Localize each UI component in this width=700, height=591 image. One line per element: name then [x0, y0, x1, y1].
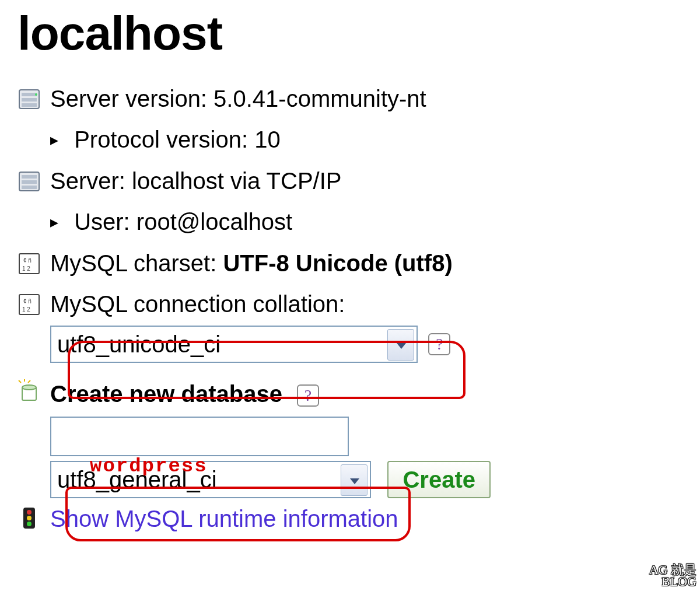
svg-rect-8 — [22, 186, 37, 189]
user-value: root@localhost — [136, 209, 292, 235]
protocol-version-value: 10 — [254, 127, 281, 152]
svg-point-22 — [27, 516, 32, 520]
traffic-light-icon — [18, 506, 41, 530]
protocol-version-label: Protocol version: — [74, 127, 248, 152]
new-database-collation-select[interactable]: utf8_general_ci — [50, 461, 371, 498]
help-icon[interactable]: ? — [428, 333, 450, 355]
svg-point-16 — [22, 385, 36, 390]
server-icon — [18, 170, 41, 193]
page-title: localhost — [18, 6, 688, 61]
svg-line-17 — [19, 380, 21, 383]
new-database-icon — [18, 379, 41, 403]
svg-line-19 — [28, 380, 30, 383]
svg-text:¢ ñ: ¢ ñ — [23, 298, 32, 305]
server-host-row: Server: localhost via TCP/IP — [18, 160, 688, 201]
server-host-label: Server: — [50, 168, 125, 194]
create-button[interactable]: Create — [387, 461, 491, 498]
svg-text:1 2: 1 2 — [22, 306, 30, 313]
server-version-label: Server version: — [50, 86, 207, 111]
svg-point-21 — [27, 510, 32, 515]
server-info-list: Server version: 5.0.41-community-nt Prot… — [18, 78, 688, 324]
svg-text:¢ ñ: ¢ ñ — [23, 257, 32, 264]
new-database-name-input[interactable] — [50, 417, 349, 456]
svg-rect-2 — [22, 98, 37, 102]
charset-value: UTF-8 Unicode (utf8) — [223, 250, 452, 276]
server-version-row: Server version: 5.0.41-community-nt — [18, 78, 688, 119]
server-icon — [18, 88, 41, 111]
svg-rect-3 — [22, 103, 37, 107]
svg-rect-7 — [22, 180, 37, 184]
server-host-value: localhost via TCP/IP — [132, 168, 341, 194]
connection-collation-select[interactable]: utf8_unicode_ci — [50, 326, 418, 363]
user-row: User: root@localhost — [18, 201, 688, 243]
runtime-info-link[interactable]: Show MySQL runtime information — [50, 506, 398, 531]
charset-label: MySQL charset: — [50, 250, 216, 276]
svg-point-4 — [35, 93, 37, 96]
create-db-heading-row: Create new database ? — [18, 373, 688, 414]
svg-rect-1 — [22, 93, 37, 96]
charset-icon: ¢ ñ1 2 — [18, 252, 41, 275]
user-label: User: — [74, 209, 130, 235]
create-db-section: Create new database ? — [18, 373, 688, 414]
collation-label: MySQL connection collation: — [50, 291, 345, 317]
create-db-heading: Create new database — [50, 381, 282, 407]
svg-point-23 — [27, 522, 32, 526]
svg-text:1 2: 1 2 — [22, 265, 30, 272]
watermark: AG 就是BLOG — [649, 564, 696, 587]
protocol-version-row: Protocol version: 10 — [18, 119, 688, 160]
help-icon[interactable]: ? — [297, 384, 319, 407]
server-version-value: 5.0.41-community-nt — [214, 86, 426, 111]
collation-row: ¢ ñ1 2 MySQL connection collation: — [18, 284, 688, 324]
runtime-info-row: Show MySQL runtime information — [18, 498, 688, 539]
charset-icon: ¢ ñ1 2 — [18, 293, 41, 316]
charset-row: ¢ ñ1 2 MySQL charset: UTF-8 Unicode (utf… — [18, 243, 688, 284]
svg-rect-6 — [22, 175, 37, 179]
